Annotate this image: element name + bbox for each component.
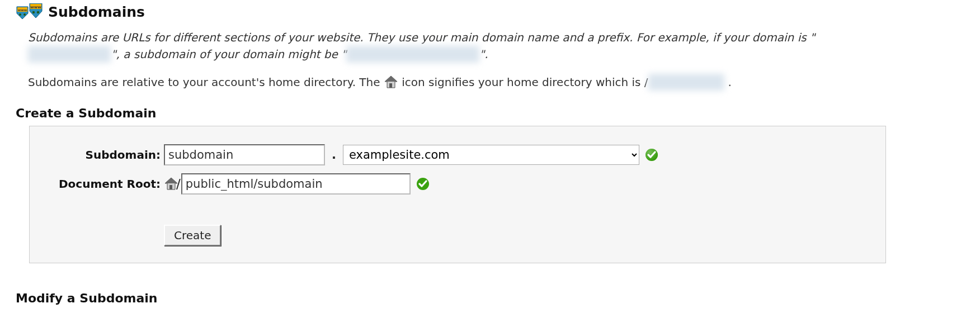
document-root-input[interactable] [181, 173, 411, 195]
modify-subdomain-heading: Modify a Subdomain [16, 291, 964, 305]
svg-rect-15 [169, 185, 172, 189]
domain-separator-dot: . [331, 148, 337, 162]
svg-point-3 [23, 13, 26, 16]
create-button[interactable]: Create [164, 225, 221, 246]
intro-home-explanation: Subdomains are relative to your account'… [28, 74, 964, 91]
home-icon [384, 75, 398, 89]
page-title: Subdomains [48, 4, 145, 20]
redacted-homedir: xxxxxx xxxxx [648, 74, 725, 91]
svg-rect-10 [389, 83, 392, 88]
svg-marker-14 [165, 178, 177, 183]
subdomain-input[interactable] [164, 144, 325, 165]
redacted-domain-1: xxxxxxxx xxxx [28, 46, 111, 63]
svg-marker-9 [385, 76, 397, 82]
svg-point-2 [19, 13, 21, 16]
check-valid-icon [416, 177, 430, 191]
create-subdomain-heading: Create a Subdomain [16, 106, 964, 120]
svg-text:www: www [18, 8, 27, 12]
svg-point-6 [32, 11, 35, 13]
svg-point-7 [37, 11, 39, 13]
subdomain-label: Subdomain: [41, 148, 164, 162]
subdomains-icon: www www [16, 3, 43, 20]
redacted-domain-2: xxxxxxx xxxxxxxx xxxx [346, 46, 479, 63]
check-valid-icon [645, 148, 658, 162]
domain-select[interactable]: examplesite.com [343, 145, 639, 165]
path-slash: / [176, 177, 181, 191]
intro-description: Subdomains are URLs for different sectio… [28, 29, 867, 63]
page-title-row: www www Subdomains [16, 3, 964, 20]
svg-text:www: www [30, 5, 41, 10]
document-root-label: Document Root: [41, 177, 164, 191]
create-subdomain-form: Subdomain: . examplesite.com [29, 126, 886, 263]
